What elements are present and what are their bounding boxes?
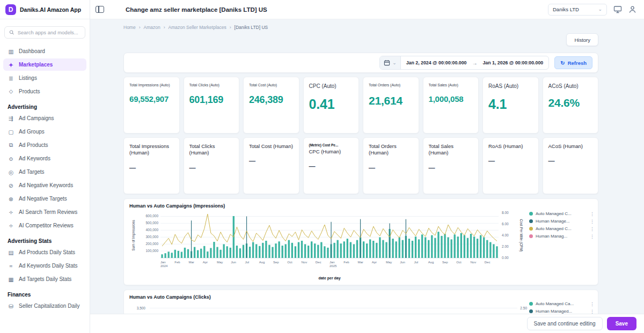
sidebar-item-label: Dashboard (19, 48, 45, 54)
metric-empty-value: — (548, 157, 593, 165)
legend-menu-icon[interactable]: ⋮ (590, 234, 595, 239)
metric-value: 24.6% (548, 97, 593, 109)
breadcrumb-item: [Daniks LTD] US (235, 25, 268, 30)
sidebar: D Daniks.AI Amazon App ▥Dashboard✦Market… (0, 0, 90, 333)
sidebar-item-label: Ad Keywords (19, 156, 50, 161)
ad-targets-daily-stats-icon: ▦ (8, 276, 14, 283)
metric-label: Total Orders (Auto) (369, 83, 413, 87)
sidebar-item-ai-search-term-reviews[interactable]: ✧AI Search Term Reviews (3, 206, 86, 218)
sidebar-section-finances: Finances (3, 286, 86, 300)
sidebar-section-advertising: Advertising (3, 99, 86, 112)
metric-card-total-sales-human: Total Sales (Human)— (423, 137, 479, 194)
sidebar-item-label: Ad Targets (19, 169, 45, 175)
metric-empty-value: — (429, 164, 473, 172)
chevron-down-icon: ⌄ (392, 61, 397, 65)
legend-label: Human Manage... (536, 219, 570, 224)
breadcrumb-item[interactable]: Amazon (144, 25, 160, 30)
ad-products-icon: ⧉ (8, 142, 14, 149)
svg-text:Jun: Jun (231, 261, 236, 264)
legend-menu-icon[interactable]: ⋮ (590, 211, 595, 217)
svg-text:0.00: 0.00 (502, 256, 509, 260)
date-range-picker[interactable]: ⌄ Jan 2, 2024 @ 00:00:00.000 → Jan 1, 20… (379, 56, 549, 70)
legend-menu-icon[interactable]: ⋮ (590, 301, 595, 307)
svg-text:Sep: Sep (273, 261, 279, 264)
svg-text:Sep: Sep (442, 261, 448, 264)
ai-search-term-reviews-icon: ✧ (8, 209, 14, 216)
sidebar-item-ad-products[interactable]: ⧉Ad Products (3, 139, 86, 151)
legend-menu-icon[interactable]: ⋮ (590, 219, 595, 224)
refresh-label: Refresh (568, 60, 587, 66)
legend-menu-icon[interactable]: ⋮ (590, 309, 595, 314)
user-icon[interactable] (628, 5, 636, 13)
metric-label: Total Clicks (Auto) (189, 83, 234, 87)
svg-text:500,000: 500,000 (146, 221, 159, 225)
metric-empty-value: — (369, 164, 413, 172)
sidebar-toggle-icon[interactable] (96, 6, 104, 13)
svg-text:Jun: Jun (400, 261, 405, 264)
metric-card-roas-human: RoAS (Human)— (482, 137, 539, 194)
content: Home›Amazon›Amazon Seller Marketplaces›[… (90, 19, 644, 314)
sidebar-item-ad-keywords-daily-stats[interactable]: ≈Ad Keywords Daily Stats (3, 260, 86, 272)
sidebar-item-ai-competitor-reviews[interactable]: ✧AI Competitor Reviews (3, 219, 86, 232)
sidebar-item-ad-negative-keywords[interactable]: ⊘Ad Negative Keywords (3, 179, 86, 191)
gridline (150, 308, 517, 308)
breadcrumb-separator: › (139, 25, 141, 30)
svg-text:Mar: Mar (189, 261, 194, 264)
save-button[interactable]: Save (607, 317, 636, 330)
svg-text:Sum of Impressions: Sum of Impressions (131, 220, 136, 251)
sidebar-item-ad-negative-targets[interactable]: ⊗Ad Negative Targets (3, 193, 86, 205)
sidebar-item-products[interactable]: ⬦Products (3, 85, 86, 98)
svg-text:6.00: 6.00 (502, 222, 509, 226)
svg-text:400,000: 400,000 (146, 228, 159, 232)
sidebar-item-ad-groups[interactable]: ▢Ad Groups (3, 125, 86, 138)
chevron-down-icon: ⌄ (598, 7, 602, 12)
date-start[interactable]: Jan 2, 2024 @ 00:00:00.000 (401, 60, 472, 65)
search-input[interactable] (18, 29, 80, 35)
sidebar-item-ad-targets-daily-stats[interactable]: ▦Ad Targets Daily Stats (3, 273, 86, 285)
refresh-button[interactable]: ↻ Refresh (554, 56, 592, 69)
legend-color-dot (529, 302, 533, 306)
sidebar-item-seller-capitalization-daily[interactable]: ⛁Seller Capitalization Daily (3, 300, 86, 312)
chart-legend: Auto Managed C...⋮Human Manage...⋮Auto M… (529, 211, 595, 239)
metric-value: 246,389 (249, 94, 294, 106)
save-continue-button[interactable]: Save and continue editing (527, 317, 603, 330)
svg-text:Dec: Dec (316, 261, 321, 264)
metric-label: Total Sales (Human) (429, 143, 473, 157)
metric-empty-value: — (189, 164, 234, 172)
sidebar-header: D Daniks.AI Amazon App (0, 0, 90, 19)
sidebar-item-ad-targets[interactable]: ◎Ad Targets (3, 166, 86, 178)
ad-keywords-daily-stats-icon: ≈ (8, 263, 14, 269)
svg-text:Feb: Feb (343, 261, 349, 264)
svg-text:2.00: 2.00 (502, 245, 509, 248)
sidebar-item-marketplaces[interactable]: ✦Marketplaces (3, 58, 86, 71)
metric-card-total-impressions-human: Total Impressions (Human)— (123, 137, 180, 194)
legend-menu-icon[interactable]: ⋮ (590, 226, 595, 232)
legend-color-dot (529, 219, 533, 223)
breadcrumb-item[interactable]: Home (123, 25, 136, 30)
sidebar-item-ad-campaigns[interactable]: ⇶Ad Campaigns (3, 112, 86, 124)
svg-text:Jul: Jul (245, 261, 250, 264)
org-selector[interactable]: Daniks LTD ⌄ (548, 4, 607, 16)
svg-text:Nov: Nov (302, 261, 308, 264)
app-root: D Daniks.AI Amazon App ▥Dashboard✦Market… (0, 0, 644, 333)
svg-text:2025: 2025 (330, 264, 337, 268)
calendar-icon (384, 60, 390, 66)
metric-empty-value: — (488, 157, 533, 165)
metric-card-total-sales-auto: Total Sales (Auto)1,000,058 (423, 77, 479, 134)
metric-label: ACoS (Auto) (548, 83, 593, 90)
history-button[interactable]: History (566, 33, 598, 46)
breadcrumb-item[interactable]: Amazon Seller Marketplaces (169, 25, 226, 30)
sidebar-item-label: Ad Campaigns (19, 115, 54, 121)
sidebar-item-ad-keywords[interactable]: ≎Ad Keywords (3, 152, 86, 165)
display-icon[interactable] (613, 5, 622, 13)
sidebar-search[interactable] (4, 26, 85, 39)
svg-text:Oct: Oct (456, 261, 462, 264)
sidebar-item-listings[interactable]: ≣Listings (3, 72, 86, 84)
metric-label: Total Cost (Human) (249, 143, 294, 150)
sidebar-item-ad-products-daily-stats[interactable]: ▤Ad Products Daily Stats (3, 246, 86, 258)
svg-text:Cost Per Mille (CPM): Cost Per Mille (CPM) (519, 219, 523, 251)
clicks-chart: 3,500 3,000 2.50 (129, 304, 517, 314)
calendar-dropdown[interactable]: ⌄ (380, 56, 401, 69)
date-end[interactable]: Jan 1, 2026 @ 00:00:00.000 (477, 60, 548, 65)
sidebar-item-dashboard[interactable]: ▥Dashboard (3, 45, 86, 57)
